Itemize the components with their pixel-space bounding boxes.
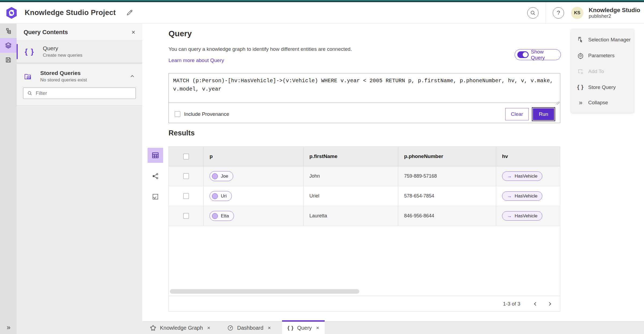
graph-view-button[interactable] xyxy=(148,168,163,184)
tab-query[interactable]: { } Query × xyxy=(282,320,324,334)
previous-page-button[interactable] xyxy=(529,299,542,309)
header-divider xyxy=(546,2,546,24)
braces-icon: { } xyxy=(25,47,34,56)
select-all-checkbox[interactable] xyxy=(183,154,189,159)
run-button[interactable]: Run xyxy=(532,108,555,121)
close-icon[interactable]: × xyxy=(316,325,319,331)
results-title: Results xyxy=(169,129,195,137)
map-icon xyxy=(152,193,159,200)
main-content: Query You can query a knowledge graph to… xyxy=(142,24,644,321)
relationship-pill[interactable]: →HasVehicle xyxy=(502,171,542,181)
knowledge-graph-icon xyxy=(150,325,156,331)
stored-queries-header[interactable]: Stored Queries No stored queries exist xyxy=(17,64,142,88)
query-actions-row: Include Provenance Clear Run xyxy=(169,104,560,124)
table-row[interactable]: Etta Lauretta 846-956-8644 →HasVehicle xyxy=(169,206,560,226)
braces-icon: { } xyxy=(287,325,294,331)
bottom-tab-bar: Knowledge Graph × Dashboard × { } Query … xyxy=(142,321,644,334)
results-view-switcher xyxy=(147,148,163,204)
relationship-label: HasVehicle xyxy=(515,174,537,179)
stored-queries-title: Stored Queries xyxy=(40,70,121,76)
row-checkbox[interactable] xyxy=(183,173,189,179)
chevron-right-icon xyxy=(547,301,553,307)
entity-pill[interactable]: Etta xyxy=(210,211,234,221)
relationship-pill[interactable]: →HasVehicle xyxy=(502,211,542,221)
table-row[interactable]: Uri Uriel 578-654-7854 →HasVehicle xyxy=(169,186,560,206)
collapse-button[interactable]: » Collapse xyxy=(571,100,634,106)
toggle-switch[interactable] xyxy=(517,51,529,58)
add-to-button: Add To xyxy=(571,68,634,75)
show-query-label: Show Query xyxy=(531,49,557,61)
close-icon[interactable]: × xyxy=(207,325,210,331)
rail-item-layers[interactable] xyxy=(0,38,17,53)
cell-phone: 759-889-57168 xyxy=(404,173,437,179)
rail-item-schema[interactable] xyxy=(0,24,17,38)
collapse-chevrons-icon: » xyxy=(577,101,584,105)
learn-more-link[interactable]: Learn more about Query xyxy=(169,58,224,63)
row-checkbox[interactable] xyxy=(183,213,189,219)
user-name: Knowledge Studio xyxy=(589,7,640,13)
app-logo-icon xyxy=(5,7,18,19)
panel-close-icon[interactable]: × xyxy=(131,28,135,36)
cell-phone: 578-654-7854 xyxy=(404,193,434,199)
filter-search-icon xyxy=(27,91,32,96)
horizontal-scrollbar[interactable] xyxy=(170,289,359,294)
tab-knowledge-graph[interactable]: Knowledge Graph × xyxy=(144,322,216,334)
query-textarea[interactable]: MATCH (p:Person)-[hv:HasVehicle]->(v:Veh… xyxy=(169,73,560,103)
store-query-label: Store Query xyxy=(588,84,616,90)
textarea-resize-handle[interactable] xyxy=(555,101,559,105)
column-header-hv[interactable]: hv xyxy=(496,147,560,166)
hierarchy-icon xyxy=(5,27,12,35)
entity-pill[interactable]: Uri xyxy=(210,191,232,201)
help-icon[interactable]: ? xyxy=(553,7,564,19)
table-row[interactable]: Joe John 759-889-57168 →HasVehicle xyxy=(169,166,560,186)
query-contents-panel: Query Contents × { } Query Create new qu… xyxy=(17,24,142,334)
toggle-knob xyxy=(523,52,528,57)
cell-firstname: John xyxy=(309,173,320,179)
search-icon[interactable] xyxy=(527,7,539,19)
avatar[interactable]: KS xyxy=(571,7,583,19)
filter-field[interactable] xyxy=(23,88,136,99)
panel-header: Query Contents × xyxy=(17,24,142,41)
stored-queries-section: Stored Queries No stored queries exist xyxy=(17,64,142,106)
map-view-button[interactable] xyxy=(148,189,163,204)
share-network-icon xyxy=(152,173,159,180)
table-icon xyxy=(151,151,159,159)
pagination-bar: 1-3 of 3 xyxy=(169,296,560,311)
dashboard-gauge-icon xyxy=(227,325,234,331)
avatar-initials: KS xyxy=(574,10,580,16)
clear-button[interactable]: Clear xyxy=(505,108,529,120)
query-item-title: Query xyxy=(43,45,82,52)
column-header-firstname[interactable]: p.firstName xyxy=(303,147,398,166)
rail-item-save[interactable] xyxy=(0,53,17,67)
selection-manager-icon xyxy=(577,36,584,43)
include-provenance-checkbox[interactable] xyxy=(175,111,180,117)
next-page-button[interactable] xyxy=(543,299,556,309)
save-icon xyxy=(5,56,12,63)
selection-manager-button[interactable]: Selection Manager xyxy=(571,36,634,43)
column-header-phonenumber[interactable]: p.phoneNumber xyxy=(398,147,496,166)
stored-queries-subtitle: No stored queries exist xyxy=(40,77,121,83)
close-icon[interactable]: × xyxy=(268,325,271,331)
arrow-right-icon: → xyxy=(507,173,512,179)
entity-node-icon xyxy=(212,193,218,199)
relationship-label: HasVehicle xyxy=(515,213,537,219)
rail-expand-button[interactable]: » xyxy=(0,324,17,331)
row-checkbox[interactable] xyxy=(183,193,189,199)
entity-pill[interactable]: Joe xyxy=(210,171,233,181)
panel-item-query[interactable]: { } Query Create new queries xyxy=(17,41,142,62)
store-query-button[interactable]: { } Store Query xyxy=(571,84,634,90)
relationship-pill[interactable]: →HasVehicle xyxy=(502,191,542,201)
show-query-toggle[interactable]: Show Query xyxy=(515,49,561,60)
filter-input[interactable] xyxy=(36,90,132,96)
page-range: 1-3 of 3 xyxy=(503,301,520,307)
chevron-up-icon[interactable] xyxy=(129,73,135,79)
table-view-button[interactable] xyxy=(148,148,163,163)
gear-icon xyxy=(577,52,584,59)
parameters-button[interactable]: Parameters xyxy=(571,52,634,59)
app-header: Knowledge Studio Project ? KS Knowledge … xyxy=(0,2,644,24)
column-header-p[interactable]: p xyxy=(204,147,303,166)
edit-title-icon[interactable] xyxy=(126,9,133,16)
brand-strip xyxy=(0,0,644,2)
table-header-row: p p.firstName p.phoneNumber hv xyxy=(169,147,560,166)
tab-dashboard[interactable]: Dashboard × xyxy=(222,322,276,334)
